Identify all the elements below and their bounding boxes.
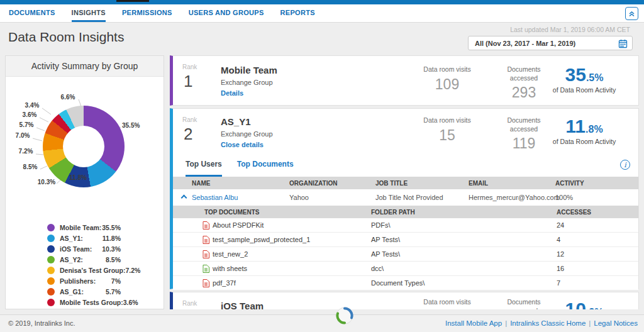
user-name-link[interactable]: Sebastian Albu <box>192 194 289 201</box>
group-name: AS_Y1 <box>221 116 273 127</box>
doc-row: test_sample_pswd_protected_1 AP Tests\ 4 <box>173 233 638 247</box>
doc-accesses: 24 <box>557 221 638 229</box>
legend-item: AS_G1:5.7% <box>6 286 164 297</box>
activity-percent: 10.3% <box>547 299 622 309</box>
doc-name[interactable]: test_sample_pswd_protected_1 <box>213 236 310 243</box>
date-range-select[interactable]: All (Nov 23, 2017 - Mar 1, 2019) <box>468 36 633 50</box>
footer-link-intralinks-classic-home[interactable]: Intralinks Classic Home <box>510 319 586 327</box>
tab-top-documents[interactable]: Top Documents <box>237 154 294 177</box>
user-job-title: Job Title Not Provided <box>375 194 469 201</box>
user-email: Hermes_mercur@Yahoo.com <box>469 194 555 201</box>
collapse-panel-button[interactable] <box>625 7 638 20</box>
donut-hole <box>63 126 104 167</box>
legend-item: AS_Y1:11.8% <box>6 233 164 243</box>
footer-links: Install Mobile App|Intralinks Classic Ho… <box>445 315 638 332</box>
rank-number: 1 <box>184 72 192 91</box>
doc-folder-path: AP Tests\ <box>371 236 557 243</box>
group-type: Exchange Group <box>221 130 273 138</box>
last-updated-text: Last updated Mar 1, 2019 06:00 AM CET <box>510 26 630 33</box>
top-brand-bar <box>0 0 644 4</box>
doc-name[interactable]: test_new_2 <box>213 250 248 258</box>
legend-item: AS_Y2:8.5% <box>6 254 164 265</box>
collapse-row-icon[interactable] <box>181 195 187 201</box>
users-table-header: NAME ORGANIZATION JOB TITLE EMAIL ACTIVI… <box>173 177 638 189</box>
legend-item: Denisa's Test Group:7.2% <box>6 265 164 275</box>
doc-name[interactable]: with sheets <box>213 265 247 272</box>
details-link[interactable]: Details <box>221 89 277 97</box>
legend-swatch <box>47 277 55 285</box>
pdf-file-icon <box>203 236 209 244</box>
visits-value: 109 <box>417 76 477 93</box>
rank-label: Rank <box>182 300 197 307</box>
doc-folder-path: AP Tests\ <box>371 250 557 258</box>
visits-label: Data room visits <box>417 116 477 125</box>
close-details-link[interactable]: Close details <box>221 141 273 148</box>
legend-swatch <box>47 299 55 306</box>
pdf-file-icon <box>203 250 209 258</box>
slice-label: 8.5% <box>19 163 42 170</box>
slice-label: 7.0% <box>11 132 34 139</box>
tab-top-users[interactable]: Top Users <box>186 154 222 177</box>
slice-label: 6.6% <box>57 94 79 101</box>
accessed-value: 293 <box>494 84 554 101</box>
group-card-as-y1: Rank 2 AS_Y1 Exchange Group Close detail… <box>170 108 639 289</box>
doc-name[interactable]: About PSPDFKit <box>213 221 264 229</box>
activity-percent: 35.5% <box>547 64 622 86</box>
legend-swatch <box>47 235 55 242</box>
doc-row: pdf_37f Document Types\ 7 <box>173 276 638 290</box>
copyright-text: © 2019, Intralinks Inc. <box>8 315 75 332</box>
legend-swatch <box>47 267 55 274</box>
footer-link-install-mobile-app[interactable]: Install Mobile App <box>445 319 502 327</box>
legend-swatch <box>47 288 55 296</box>
visits-label: Data room visits <box>417 298 477 307</box>
rank-label: Rank <box>182 64 197 70</box>
pdf-file-icon <box>203 221 209 230</box>
legend-swatch <box>47 245 55 253</box>
intralinks-logo <box>335 306 354 325</box>
chevron-double-up-icon <box>628 9 636 18</box>
accessed-label: Documents accessed <box>494 298 554 309</box>
nav-tab-documents[interactable]: DOCUMENTS <box>9 4 55 22</box>
accessed-label: Documents accessed <box>494 65 554 82</box>
doc-accesses: 16 <box>557 265 638 272</box>
top-bar-artifact <box>116 0 149 2</box>
activity-percent-caption: of Data Room Activity <box>547 86 622 94</box>
doc-folder-path: dcc\ <box>371 265 557 272</box>
docs-table-header: TOP DOCUMENTS FOLDER PATH ACCESSES <box>173 206 638 218</box>
group-card-ios-team: Rank iOS Team Data room visits Documents… <box>170 292 639 309</box>
doc-accesses: 12 <box>557 250 638 258</box>
accessed-value: 119 <box>494 135 554 152</box>
nav-tab-permissions[interactable]: PERMISSIONS <box>122 4 172 22</box>
legend-swatch <box>47 309 55 310</box>
activity-summary-panel: Activity Summary by Group 35.5% 11.8% 10… <box>5 55 164 309</box>
group-type: Exchange Group <box>221 79 277 86</box>
slice-label: 3.4% <box>21 102 43 109</box>
slice-label: 5.7% <box>15 121 38 128</box>
calendar-icon <box>618 39 628 48</box>
slice-label: 3.6% <box>18 111 41 118</box>
nav-tab-users-and-groups[interactable]: USERS AND GROUPS <box>189 4 264 22</box>
footer-link-legal-notices[interactable]: Legal Notices <box>594 319 638 327</box>
doc-folder-path: PDFs\ <box>371 221 557 229</box>
slice-label: 35.5% <box>122 122 140 129</box>
visits-value: 15 <box>417 127 477 144</box>
nav-tab-reports[interactable]: REPORTS <box>280 4 315 22</box>
user-organization: Yahoo <box>289 194 375 201</box>
rank-number: 2 <box>184 124 192 144</box>
nav-tab-insights[interactable]: INSIGHTS <box>72 4 106 22</box>
legend-item: iOS Team:10.3% <box>6 243 164 254</box>
date-range-value: All (Nov 23, 2017 - Mar 1, 2019) <box>475 40 575 47</box>
legend-swatch <box>47 256 55 263</box>
doc-row: About PSPDFKit PDFs\ 24 <box>173 218 638 233</box>
details-tabs: Top Users Top Documents i <box>173 154 638 177</box>
rank-label: Rank <box>182 116 197 123</box>
group-name: Mobile Team <box>221 65 277 75</box>
activity-percent: 11.8% <box>547 116 622 137</box>
slice-label: 11.8% <box>67 174 89 181</box>
info-icon[interactable]: i <box>620 160 630 170</box>
doc-name[interactable]: pdf_37f <box>213 279 236 287</box>
legend-item: Mobile Tests Group:3.6% <box>6 297 164 307</box>
group-name: iOS Team <box>221 301 264 309</box>
page-title: Data Room Insights <box>8 30 124 45</box>
legend-item: Mobile Team:35.5% <box>6 222 164 233</box>
